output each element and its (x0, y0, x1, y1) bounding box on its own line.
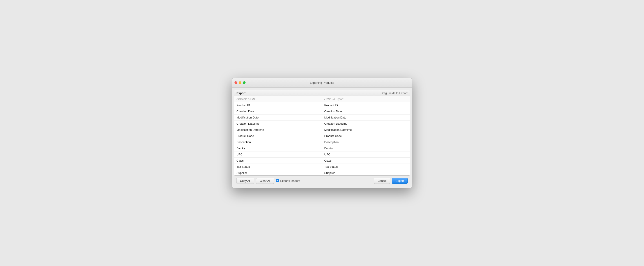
window-content: Export Drag Fields to Export Available F… (232, 88, 412, 188)
list-item[interactable]: Product Code (234, 133, 322, 139)
window-title: Exporting Products (310, 81, 334, 84)
list-item[interactable]: Family (234, 145, 322, 152)
columns-container: Available Fields Product IDCreation Date… (234, 96, 410, 176)
export-header-right: Drag Fields to Export (322, 90, 410, 96)
fields-to-export-scroll[interactable]: Fields To Export Product IDCreation Date… (322, 96, 410, 176)
list-item[interactable]: Family (322, 145, 410, 152)
list-item[interactable]: Modification Datetime (322, 127, 410, 133)
list-item[interactable]: UPC (322, 152, 410, 158)
list-item[interactable]: Supplier (234, 170, 322, 176)
export-header-left: Export (234, 90, 322, 96)
cancel-button[interactable]: Cancel (374, 178, 390, 184)
list-item[interactable]: Modification Date (322, 114, 410, 121)
export-headers-label[interactable]: Export Headers (276, 179, 300, 182)
fields-to-export-header: Fields To Export (322, 96, 410, 102)
clear-all-button[interactable]: Clear All (256, 178, 274, 184)
fields-to-export-column: Fields To Export Product IDCreation Date… (322, 96, 410, 176)
export-panel: Export Drag Fields to Export Available F… (234, 90, 410, 176)
list-item[interactable]: Product Code (322, 133, 410, 139)
list-item[interactable]: Product ID (322, 102, 410, 108)
available-fields-scroll[interactable]: Available Fields Product IDCreation Date… (234, 96, 322, 176)
list-item[interactable]: Creation Datetime (322, 121, 410, 127)
title-bar: Exporting Products (232, 78, 412, 88)
list-item[interactable]: Class (234, 158, 322, 164)
export-dialog: Exporting Products Export Drag Fields to… (232, 78, 412, 188)
list-item[interactable]: Modification Datetime (234, 127, 322, 133)
list-item[interactable]: Class (322, 158, 410, 164)
export-button[interactable]: Export (392, 178, 408, 184)
export-headers-text: Export Headers (280, 179, 300, 182)
list-item[interactable]: Supplier (322, 170, 410, 176)
list-item[interactable]: Description (322, 139, 410, 145)
export-headers-checkbox[interactable] (276, 179, 279, 182)
list-item[interactable]: Product ID (234, 102, 322, 108)
copy-all-button[interactable]: Copy All (236, 178, 254, 184)
list-item[interactable]: UPC (234, 152, 322, 158)
list-item[interactable]: Creation Date (322, 108, 410, 114)
list-item[interactable]: Modification Date (234, 114, 322, 121)
list-item[interactable]: Tax Status (322, 164, 410, 170)
available-fields-list: Product IDCreation DateModification Date… (234, 102, 322, 176)
minimize-button[interactable] (239, 81, 241, 84)
available-fields-header: Available Fields (234, 96, 322, 102)
list-item[interactable]: Description (234, 139, 322, 145)
list-item[interactable]: Creation Datetime (234, 121, 322, 127)
list-item[interactable]: Creation Date (234, 108, 322, 114)
fields-to-export-list: Product IDCreation DateModification Date… (322, 102, 410, 176)
maximize-button[interactable] (243, 81, 246, 84)
available-fields-column: Available Fields Product IDCreation Date… (234, 96, 322, 176)
list-item[interactable]: Tax Status (234, 164, 322, 170)
footer: Copy All Clear All Export Headers Cancel… (234, 176, 410, 186)
close-button[interactable] (234, 81, 237, 84)
traffic-lights (234, 81, 246, 84)
export-header: Export Drag Fields to Export (234, 90, 410, 96)
